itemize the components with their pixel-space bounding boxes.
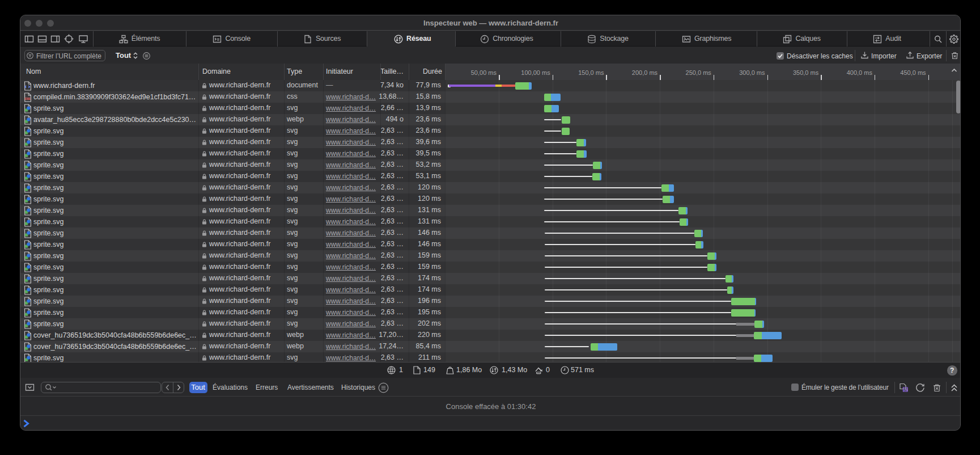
svg-text:JS: JS — [904, 388, 908, 391]
svg-text:css: css — [24, 96, 30, 100]
